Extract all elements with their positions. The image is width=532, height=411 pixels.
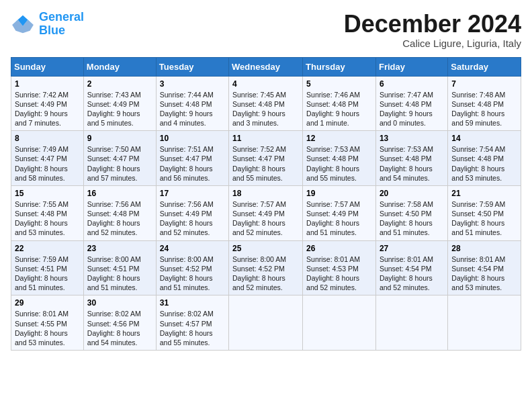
calendar-cell: 31Sunrise: 8:02 AMSunset: 4:57 PMDayligh… [156,295,228,351]
day-number: 17 [160,189,225,198]
header-tuesday: Tuesday [156,57,228,76]
day-info: Sunrise: 7:56 AMSunset: 4:49 PMDaylight:… [160,199,225,238]
calendar-cell: 4Sunrise: 7:45 AMSunset: 4:48 PMDaylight… [229,76,303,131]
day-info: Sunrise: 7:50 AMSunset: 4:47 PMDaylight:… [87,144,152,183]
day-number: 1 [15,79,80,89]
day-info: Sunrise: 8:01 AMSunset: 4:54 PMDaylight:… [451,255,517,293]
day-info: Sunrise: 7:58 AMSunset: 4:50 PMDaylight:… [380,199,444,238]
day-info: Sunrise: 8:01 AMSunset: 4:54 PMDaylight:… [380,255,444,293]
header-saturday: Saturday [448,57,521,76]
day-info: Sunrise: 7:56 AMSunset: 4:48 PMDaylight:… [87,199,152,238]
day-number: 5 [306,79,372,89]
calendar-cell: 11Sunrise: 7:52 AMSunset: 4:47 PMDayligh… [229,131,303,186]
day-number: 18 [232,189,299,198]
calendar-cell: 29Sunrise: 8:01 AMSunset: 4:55 PMDayligh… [11,295,84,351]
calendar-cell [375,295,447,351]
calendar-cell: 5Sunrise: 7:46 AMSunset: 4:48 PMDaylight… [303,76,376,131]
logo-text: General Blue [39,11,84,38]
day-info: Sunrise: 7:57 AMSunset: 4:49 PMDaylight:… [232,199,299,238]
day-number: 29 [15,298,80,308]
calendar-cell: 7Sunrise: 7:48 AMSunset: 4:48 PMDaylight… [448,76,521,131]
calendar-cell: 3Sunrise: 7:44 AMSunset: 4:48 PMDaylight… [156,76,228,131]
header-wednesday: Wednesday [229,57,303,76]
logo-line1: General [39,10,84,24]
calendar-table: SundayMondayTuesdayWednesdayThursdayFrid… [11,57,521,351]
day-info: Sunrise: 7:57 AMSunset: 4:49 PMDaylight:… [306,199,372,238]
day-number: 11 [232,134,299,143]
day-number: 13 [380,134,444,143]
day-info: Sunrise: 7:55 AMSunset: 4:48 PMDaylight:… [15,199,80,238]
day-number: 3 [160,79,225,89]
day-number: 26 [306,244,372,253]
calendar-cell: 8Sunrise: 7:49 AMSunset: 4:47 PMDaylight… [11,131,84,186]
day-info: Sunrise: 7:44 AMSunset: 4:48 PMDaylight:… [160,90,225,128]
day-number: 9 [87,134,152,143]
location-subtitle: Calice Ligure, Liguria, Italy [344,38,521,49]
calendar-cell: 25Sunrise: 8:00 AMSunset: 4:52 PMDayligh… [229,240,303,295]
day-number: 28 [451,244,517,253]
day-number: 27 [380,244,444,253]
header-sunday: Sunday [11,57,84,76]
day-info: Sunrise: 7:53 AMSunset: 4:48 PMDaylight:… [380,144,444,183]
calendar-cell: 10Sunrise: 7:51 AMSunset: 4:47 PMDayligh… [156,131,228,186]
calendar-cell: 9Sunrise: 7:50 AMSunset: 4:47 PMDaylight… [83,131,156,186]
header-monday: Monday [83,57,156,76]
day-number: 30 [87,298,152,308]
month-title: December 2024 [344,11,521,38]
calendar-cell: 13Sunrise: 7:53 AMSunset: 4:48 PMDayligh… [375,131,447,186]
day-info: Sunrise: 7:47 AMSunset: 4:48 PMDaylight:… [380,90,444,128]
day-info: Sunrise: 7:42 AMSunset: 4:49 PMDaylight:… [15,90,80,128]
week-row-2: 8Sunrise: 7:49 AMSunset: 4:47 PMDaylight… [11,131,521,186]
calendar-header-row: SundayMondayTuesdayWednesdayThursdayFrid… [11,57,521,76]
day-info: Sunrise: 8:01 AMSunset: 4:55 PMDaylight:… [15,309,80,347]
logo-line2: Blue [39,24,65,37]
day-number: 7 [451,79,517,89]
day-number: 24 [160,244,225,253]
day-number: 23 [87,244,152,253]
day-number: 14 [451,134,517,143]
day-number: 12 [306,134,372,143]
day-info: Sunrise: 7:53 AMSunset: 4:48 PMDaylight:… [306,144,372,183]
day-number: 22 [15,244,80,253]
day-info: Sunrise: 7:51 AMSunset: 4:47 PMDaylight:… [160,144,225,183]
calendar-cell [229,295,303,351]
calendar-cell: 20Sunrise: 7:58 AMSunset: 4:50 PMDayligh… [375,185,447,240]
day-number: 6 [380,79,444,89]
calendar-cell: 18Sunrise: 7:57 AMSunset: 4:49 PMDayligh… [229,185,303,240]
calendar-cell: 14Sunrise: 7:54 AMSunset: 4:48 PMDayligh… [448,131,521,186]
day-info: Sunrise: 7:48 AMSunset: 4:48 PMDaylight:… [451,90,517,128]
day-number: 19 [306,189,372,198]
day-info: Sunrise: 7:46 AMSunset: 4:48 PMDaylight:… [306,90,372,128]
calendar-cell: 28Sunrise: 8:01 AMSunset: 4:54 PMDayligh… [448,240,521,295]
calendar-cell: 19Sunrise: 7:57 AMSunset: 4:49 PMDayligh… [303,185,376,240]
calendar-cell [448,295,521,351]
calendar-cell [303,295,376,351]
calendar-cell: 12Sunrise: 7:53 AMSunset: 4:48 PMDayligh… [303,131,376,186]
day-info: Sunrise: 8:00 AMSunset: 4:52 PMDaylight:… [232,255,299,293]
day-info: Sunrise: 7:45 AMSunset: 4:48 PMDaylight:… [232,90,299,128]
week-row-3: 15Sunrise: 7:55 AMSunset: 4:48 PMDayligh… [11,185,521,240]
logo-bird-icon [11,14,35,34]
day-info: Sunrise: 7:59 AMSunset: 4:50 PMDaylight:… [451,199,517,238]
day-number: 10 [160,134,225,143]
calendar-cell: 15Sunrise: 7:55 AMSunset: 4:48 PMDayligh… [11,185,84,240]
header-thursday: Thursday [303,57,376,76]
day-number: 8 [15,134,80,143]
week-row-1: 1Sunrise: 7:42 AMSunset: 4:49 PMDaylight… [11,76,521,131]
header-friday: Friday [375,57,447,76]
day-info: Sunrise: 7:43 AMSunset: 4:49 PMDaylight:… [87,90,152,128]
calendar-cell: 1Sunrise: 7:42 AMSunset: 4:49 PMDaylight… [11,76,84,131]
week-row-4: 22Sunrise: 7:59 AMSunset: 4:51 PMDayligh… [11,240,521,295]
day-info: Sunrise: 8:00 AMSunset: 4:52 PMDaylight:… [160,255,225,293]
calendar-cell: 26Sunrise: 8:01 AMSunset: 4:53 PMDayligh… [303,240,376,295]
day-number: 31 [160,298,225,308]
day-number: 20 [380,189,444,198]
day-info: Sunrise: 7:49 AMSunset: 4:47 PMDaylight:… [15,144,80,183]
day-number: 21 [451,189,517,198]
day-info: Sunrise: 7:54 AMSunset: 4:48 PMDaylight:… [451,144,517,183]
day-number: 16 [87,189,152,198]
calendar-cell: 2Sunrise: 7:43 AMSunset: 4:49 PMDaylight… [83,76,156,131]
day-info: Sunrise: 7:52 AMSunset: 4:47 PMDaylight:… [232,144,299,183]
calendar-cell: 6Sunrise: 7:47 AMSunset: 4:48 PMDaylight… [375,76,447,131]
week-row-5: 29Sunrise: 8:01 AMSunset: 4:55 PMDayligh… [11,295,521,351]
